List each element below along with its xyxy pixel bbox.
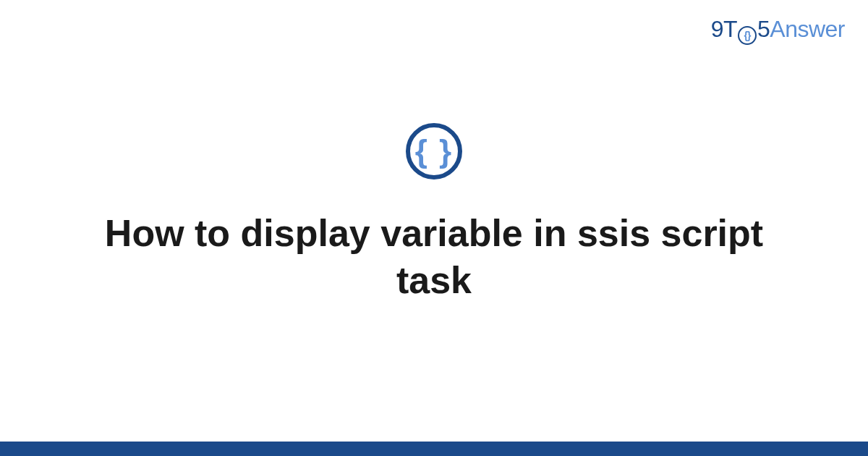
topic-icon-circle: { } — [406, 123, 462, 180]
footer-accent-bar — [0, 442, 868, 456]
code-braces-icon: { } — [415, 135, 453, 167]
page-title: How to display variable in ssis script t… — [101, 210, 767, 304]
main-content: { } How to display variable in ssis scri… — [0, 0, 868, 456]
